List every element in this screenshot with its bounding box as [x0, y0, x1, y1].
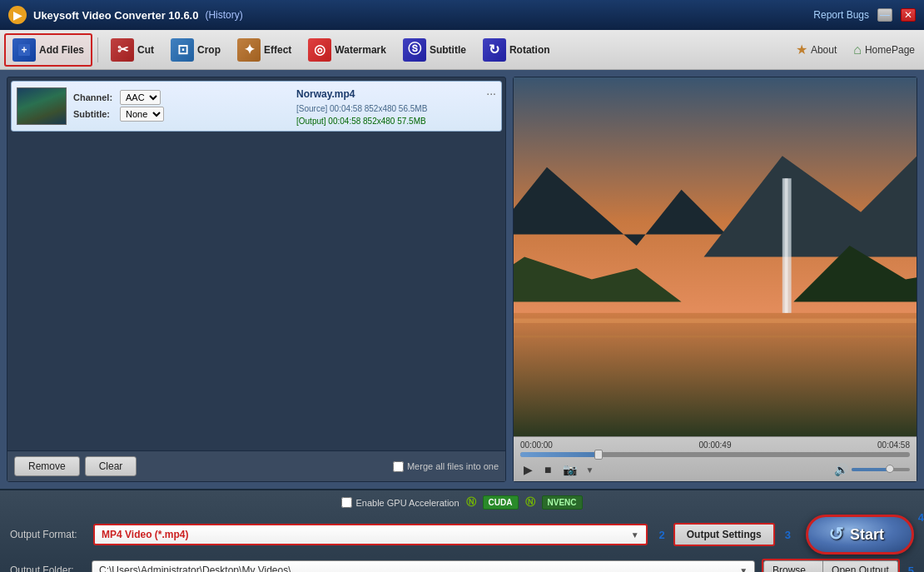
time-end: 00:04:58 — [877, 440, 910, 450]
volume-bar[interactable] — [852, 468, 910, 471]
titlebar-right: Report Bugs — ✕ — [813, 8, 916, 22]
folder-path: C:\Users\Administrator\Desktop\My Videos… — [99, 565, 291, 572]
home-icon: ⌂ — [853, 42, 862, 57]
start-wrap: ↺ Start 4 — [806, 515, 914, 555]
preview-panel: 00:00:00 00:00:49 00:04:58 ▶ ■ 📷 ▼ 🔊 — [513, 77, 917, 482]
gpu-label: Enable GPU Acceleration — [355, 498, 459, 508]
file-output: [Output] 00:04:58 852x480 57.5MB — [296, 115, 496, 127]
toolbar-watermark[interactable]: ◎ Watermark — [301, 33, 394, 67]
cut-label: Cut — [137, 44, 154, 56]
cuda-badge: CUDA — [483, 495, 519, 510]
time-mid: 00:00:49 — [699, 440, 732, 450]
output-settings-button[interactable]: Output Settings — [673, 523, 775, 546]
rotation-label: Rotation — [509, 44, 550, 56]
app-title: Ukeysoft Video Converter 10.6.0 — [33, 9, 198, 22]
svg-rect-6 — [514, 319, 917, 323]
preview-progress-bar[interactable] — [520, 452, 910, 457]
subtitle-row: Subtitle: None — [73, 107, 290, 122]
rotation-icon: ↻ — [483, 38, 506, 62]
gpu-checkbox[interactable] — [341, 497, 352, 508]
svg-rect-5 — [514, 313, 917, 436]
badge-5: 5 — [908, 565, 914, 573]
effect-label: Effect — [264, 44, 291, 56]
crop-icon: ⊡ — [171, 38, 194, 62]
watermark-label: Watermark — [335, 44, 386, 56]
file-options-btn[interactable]: ··· — [486, 85, 496, 102]
bottom-panel: Enable GPU Acceleration Ⓝ CUDA Ⓝ NVENC O… — [0, 489, 924, 572]
preview-video[interactable] — [514, 77, 917, 436]
cut-icon: ✂ — [111, 38, 134, 62]
toolbar-rotation[interactable]: ↻ Rotation — [475, 33, 558, 67]
folder-select[interactable]: C:\Users\Administrator\Desktop\My Videos… — [92, 560, 755, 572]
svg-rect-9 — [785, 178, 788, 313]
format-start-row: Output Format: MP4 Video (*.mp4) ▼ 2 Out… — [10, 515, 914, 555]
effect-icon: ✦ — [237, 38, 261, 62]
filelist-panel: Channel: AAC Subtitle: None Norway — [7, 77, 506, 482]
browse-open-group: Browse... Open Output — [762, 559, 900, 572]
stop-button[interactable]: ■ — [541, 461, 554, 478]
homepage-button[interactable]: ⌂ HomePage — [848, 39, 920, 61]
play-button[interactable]: ▶ — [520, 461, 536, 478]
app-logo: ▶ — [8, 6, 27, 24]
file-thumbnail — [17, 87, 67, 125]
merge-checkbox[interactable] — [393, 461, 404, 472]
preview-buttons: ▶ ■ 📷 ▼ 🔊 — [520, 461, 910, 478]
toolbar-cut[interactable]: ✂ Cut — [103, 33, 161, 67]
subtitle-label: Subtitle: — [73, 109, 115, 119]
remove-button[interactable]: Remove — [14, 456, 80, 476]
close-button[interactable]: ✕ — [901, 8, 916, 22]
preview-controls: 00:00:00 00:00:49 00:04:58 ▶ ■ 📷 ▼ 🔊 — [514, 436, 917, 481]
svg-rect-7 — [514, 336, 917, 338]
format-select[interactable]: MP4 Video (*.mp4) ▼ — [93, 524, 648, 545]
toolbar-right: ★ About ⌂ HomePage — [791, 38, 920, 61]
nvidia-icon-1: Ⓝ — [466, 495, 476, 510]
titlebar: ▶ Ukeysoft Video Converter 10.6.0 (Histo… — [0, 0, 924, 30]
volume-fill — [852, 468, 890, 471]
badge-4: 4 — [918, 511, 924, 524]
file-info-col: Norway.mp4 ··· [Source] 00:04:58 852x480… — [296, 85, 496, 127]
toolbar-crop[interactable]: ⊡ Crop — [163, 33, 228, 67]
file-source: [Source] 00:04:58 852x480 56.5MB — [296, 102, 496, 115]
subtitle-select[interactable]: None — [120, 107, 164, 122]
screenshot-dropdown[interactable]: ▼ — [585, 465, 594, 475]
folder-select-wrap: C:\Users\Administrator\Desktop\My Videos… — [92, 560, 755, 572]
browse-button[interactable]: Browse... — [763, 560, 823, 572]
toolbar-separator-1 — [97, 37, 98, 62]
preview-scene — [514, 77, 917, 436]
crop-label: Crop — [197, 44, 221, 56]
time-start: 00:00:00 — [520, 440, 553, 450]
titlebar-left: ▶ Ukeysoft Video Converter 10.6.0 (Histo… — [8, 6, 243, 24]
about-icon: ★ — [796, 42, 807, 57]
report-bugs-link[interactable]: Report Bugs — [813, 9, 869, 21]
filelist-footer: Remove Clear Merge all files into one — [7, 450, 505, 481]
start-button[interactable]: ↺ Start — [806, 515, 914, 555]
volume-icon[interactable]: 🔊 — [834, 463, 848, 476]
history-link[interactable]: (History) — [205, 9, 242, 21]
toolbar-add-files[interactable]: + Add Files — [4, 33, 92, 67]
start-icon: ↺ — [828, 524, 843, 545]
folder-arrow-icon: ▼ — [739, 566, 748, 573]
open-output-button[interactable]: Open Output — [823, 560, 898, 572]
about-button[interactable]: ★ About — [791, 38, 842, 61]
volume-area: 🔊 — [834, 463, 910, 476]
preview-progress-thumb[interactable] — [594, 450, 603, 460]
toolbar-subtitle[interactable]: ⓢ Subtitle — [395, 33, 474, 67]
add-files-label: Add Files — [39, 44, 84, 56]
screenshot-button[interactable]: 📷 — [559, 461, 580, 478]
gpu-acceleration-check: Enable GPU Acceleration — [341, 497, 459, 508]
toolbar-effect[interactable]: ✦ Effect — [230, 33, 299, 67]
file-item[interactable]: Channel: AAC Subtitle: None Norway — [11, 81, 502, 132]
output-folder-label: Output Folder: — [10, 565, 85, 572]
add-files-icon: + — [12, 38, 36, 62]
badge-2: 2 — [659, 529, 665, 541]
channel-select[interactable]: AAC — [120, 90, 161, 105]
merge-check: Merge all files into one — [393, 461, 499, 472]
filelist-content: Channel: AAC Subtitle: None Norway — [7, 77, 505, 450]
volume-thumb[interactable] — [886, 465, 894, 473]
minimize-button[interactable]: — — [877, 8, 892, 22]
badge-3: 3 — [785, 529, 791, 541]
clear-button[interactable]: Clear — [85, 456, 137, 476]
preview-timeline: 00:00:00 00:00:49 00:04:58 — [520, 440, 910, 450]
merge-label: Merge all files into one — [407, 461, 499, 471]
nvenc-badge: NVENC — [542, 495, 583, 510]
